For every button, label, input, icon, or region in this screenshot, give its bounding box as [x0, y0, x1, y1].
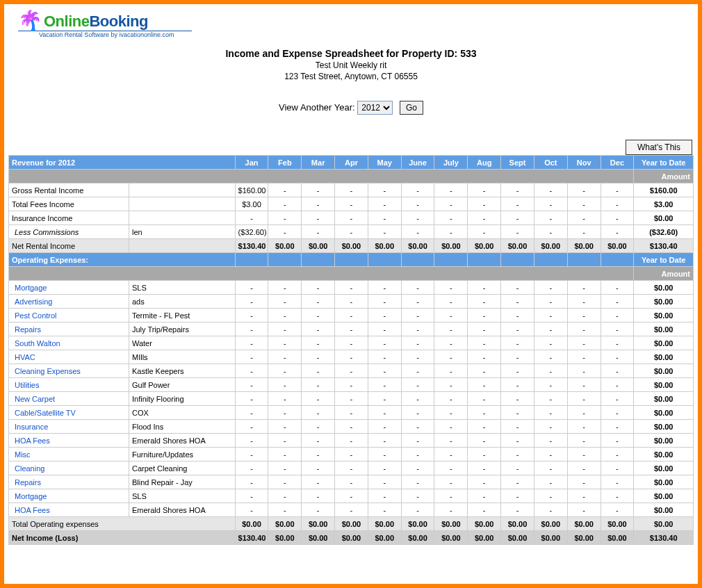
month-cell: - — [468, 434, 501, 448]
ytd-cell: ($32.60) — [634, 225, 694, 239]
month-cell: - — [434, 462, 468, 475]
month-cell: - — [534, 350, 567, 364]
month-cell: - — [601, 225, 634, 239]
spreadsheet-table: Revenue for 2012JanFebMarAprMayJuneJulyA… — [8, 155, 694, 545]
month-cell: - — [567, 336, 601, 350]
month-cell: - — [567, 309, 601, 322]
vendor-cell — [129, 197, 235, 211]
month-cell: - — [567, 197, 601, 211]
month-cell: - — [434, 197, 468, 211]
month-cell: - — [468, 350, 501, 364]
month-cell: - — [235, 475, 268, 489]
month-cell: - — [567, 225, 601, 239]
month-cell: - — [601, 392, 634, 406]
ytd-cell: $0.00 — [634, 420, 694, 434]
category-link[interactable]: Repairs — [12, 325, 41, 334]
month-cell: - — [567, 378, 601, 392]
category-link[interactable]: Utilities — [12, 381, 39, 389]
month-cell: - — [268, 406, 302, 420]
month-header: Feb — [268, 156, 302, 170]
month-cell: - — [401, 336, 434, 350]
month-cell: - — [401, 448, 434, 462]
vendor-cell: COX — [129, 406, 235, 420]
month-cell: - — [468, 489, 501, 503]
category-link[interactable]: HOA Fees — [12, 506, 50, 514]
month-cell: - — [268, 503, 302, 517]
table-row: InsuranceFlood Ins------------$0.00 — [9, 420, 694, 434]
category-link[interactable]: Repairs — [12, 478, 41, 487]
month-cell: - — [501, 364, 534, 378]
month-cell: - — [434, 392, 468, 406]
month-cell: - — [501, 378, 534, 392]
month-cell: - — [368, 295, 401, 309]
category-link[interactable]: Misc — [12, 450, 31, 459]
month-cell: - — [235, 322, 268, 336]
month-cell: - — [335, 392, 368, 406]
month-cell: - — [501, 295, 534, 309]
category-link[interactable]: New Carpet — [12, 395, 55, 403]
vendor-cell: Termite - FL Pest — [129, 309, 235, 322]
month-cell: - — [567, 281, 601, 295]
vendor-cell: Emerald Shores HOA — [129, 434, 235, 448]
month-cell: - — [434, 183, 468, 197]
vendor-cell: July Trip/Repairs — [129, 322, 235, 336]
month-cell: - — [268, 475, 302, 489]
month-cell: - — [567, 392, 601, 406]
category-link[interactable]: HOA Fees — [12, 436, 50, 445]
month-cell: - — [268, 420, 302, 434]
category-link[interactable]: Mortgage — [12, 284, 47, 292]
month-cell: - — [601, 350, 634, 364]
month-header: Nov — [567, 156, 601, 170]
month-cell: - — [268, 295, 302, 309]
month-cell: - — [368, 392, 401, 406]
month-cell: - — [401, 211, 434, 225]
month-cell: - — [401, 489, 434, 503]
vendor-cell: Carpet Cleaning — [129, 462, 235, 475]
ytd-cell: $0.00 — [634, 503, 694, 517]
month-cell: - — [302, 462, 335, 475]
category-link[interactable]: Cleaning Expenses — [12, 367, 81, 375]
month-cell: - — [468, 364, 501, 378]
ytd-cell: $0.00 — [634, 350, 694, 364]
go-button[interactable]: Go — [400, 101, 423, 115]
month-cell: - — [434, 295, 468, 309]
month-cell: - — [601, 420, 634, 434]
month-cell: - — [567, 503, 601, 517]
category-link[interactable]: HVAC — [12, 353, 35, 361]
month-cell: - — [434, 322, 468, 336]
month-cell: - — [534, 322, 567, 336]
month-cell: - — [335, 364, 368, 378]
month-cell: - — [335, 489, 368, 503]
logo-subtitle: Vacation Rental Software by ivacationonl… — [39, 31, 694, 38]
month-cell: - — [368, 322, 401, 336]
category-link[interactable]: Cable/Satellite TV — [12, 409, 76, 417]
month-cell: - — [534, 336, 567, 350]
month-cell: - — [368, 434, 401, 448]
category-link[interactable]: South Walton — [12, 339, 60, 348]
operating-header: Operating Expenses: — [9, 253, 236, 267]
month-cell: - — [468, 309, 501, 322]
month-cell: - — [368, 503, 401, 517]
month-cell: - — [235, 309, 268, 322]
category-link[interactable]: Advertising — [12, 297, 52, 306]
year-select[interactable]: 2012 — [357, 101, 393, 115]
category-link[interactable]: Cleaning — [12, 464, 44, 473]
whats-this-button[interactable]: What's This — [626, 140, 692, 155]
table-row: Cleaning ExpensesKastle Keepers---------… — [9, 364, 694, 378]
month-cell: - — [534, 462, 567, 475]
month-cell: - — [368, 448, 401, 462]
month-cell: - — [468, 211, 501, 225]
month-cell: - — [601, 462, 634, 475]
month-cell: - — [434, 448, 468, 462]
month-cell: - — [401, 434, 434, 448]
vendor-cell: Infinity Flooring — [129, 392, 235, 406]
month-cell: - — [302, 281, 335, 295]
category-link[interactable]: Pest Control — [12, 311, 57, 320]
month-cell: - — [534, 364, 567, 378]
month-cell: - — [534, 434, 567, 448]
category-link[interactable]: Mortgage — [12, 492, 47, 500]
month-cell: - — [534, 420, 567, 434]
month-cell: - — [401, 475, 434, 489]
category-link[interactable]: Insurance — [12, 423, 48, 431]
month-cell: - — [567, 183, 601, 197]
